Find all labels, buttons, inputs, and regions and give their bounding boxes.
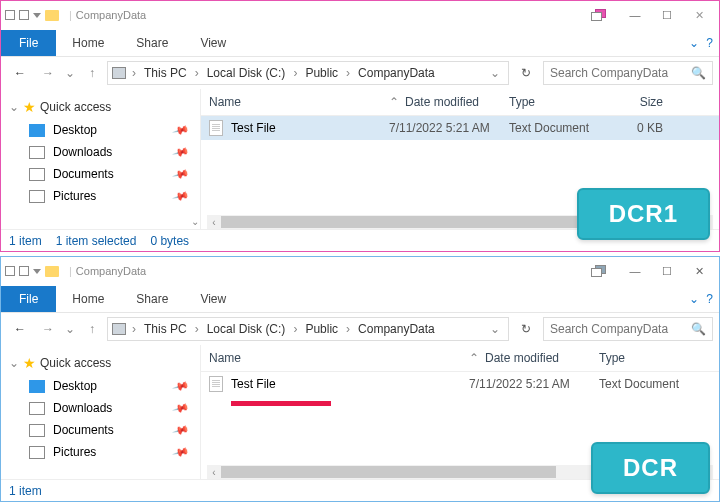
file-tab[interactable]: File xyxy=(1,286,56,312)
quick-access-header[interactable]: ⌄ ★ Quick access xyxy=(1,95,200,119)
chevron-down-icon[interactable]: ⌄ xyxy=(9,356,19,370)
sidebar-item-documents[interactable]: Documents📌 xyxy=(1,163,200,185)
column-headers[interactable]: Name ⌃ Date modified Type Size xyxy=(201,89,719,116)
table-row[interactable]: Test File 7/11/2022 5:21 AM Text Documen… xyxy=(201,372,719,396)
help-icon[interactable]: ? xyxy=(706,36,713,50)
tab-share[interactable]: Share xyxy=(120,292,184,306)
sidebar-item-desktop[interactable]: Desktop📌 xyxy=(1,375,200,397)
sidebar-item-pictures[interactable]: Pictures📌 xyxy=(1,441,200,463)
col-size[interactable]: Size xyxy=(619,95,669,109)
qat-properties-icon[interactable] xyxy=(5,10,15,20)
forward-button[interactable]: → xyxy=(35,316,61,342)
back-button[interactable]: ← xyxy=(7,60,33,86)
text-file-icon xyxy=(209,120,223,136)
ribbon-collapse-icon[interactable]: ⌄ xyxy=(689,292,699,306)
col-name[interactable]: Name xyxy=(209,351,469,365)
window-title: CompanyData xyxy=(76,9,146,21)
cascade-icon[interactable] xyxy=(591,9,607,22)
crumb-companydata[interactable]: CompanyData xyxy=(356,322,437,336)
col-name[interactable]: Name xyxy=(209,95,389,109)
qat-newfolder-icon[interactable] xyxy=(19,266,29,276)
sidebar-item-documents[interactable]: Documents📌 xyxy=(1,419,200,441)
qat-properties-icon[interactable] xyxy=(5,266,15,276)
chevron-right-icon[interactable]: › xyxy=(344,66,352,80)
col-modified[interactable]: Date modified xyxy=(469,351,599,365)
quick-access-header[interactable]: ⌄ ★ Quick access xyxy=(1,351,200,375)
chevron-right-icon[interactable]: › xyxy=(130,322,138,336)
up-button[interactable]: ↑ xyxy=(79,60,105,86)
pc-icon xyxy=(112,67,126,79)
back-button[interactable]: ← xyxy=(7,316,33,342)
maximize-button[interactable]: ☐ xyxy=(651,260,683,282)
titlebar[interactable]: | CompanyData — ☐ ✕ xyxy=(1,1,719,29)
chevron-right-icon[interactable]: › xyxy=(291,66,299,80)
tab-view[interactable]: View xyxy=(184,292,242,306)
path-dropdown-icon[interactable]: ⌄ xyxy=(490,322,504,336)
breadcrumb[interactable]: › This PC › Local Disk (C:) › Public › C… xyxy=(107,61,509,85)
titlebar[interactable]: | CompanyData — ☐ ✕ xyxy=(1,257,719,285)
minimize-button[interactable]: — xyxy=(619,260,651,282)
crumb-this-pc[interactable]: This PC xyxy=(142,66,189,80)
titlebar-sep: | xyxy=(69,265,72,277)
chevron-right-icon[interactable]: › xyxy=(130,66,138,80)
scroll-left-icon[interactable]: ‹ xyxy=(207,215,221,229)
table-row[interactable]: Test File 7/11/2022 5:21 AM Text Documen… xyxy=(201,116,719,140)
col-type[interactable]: Type xyxy=(599,351,699,365)
search-input[interactable] xyxy=(550,66,690,80)
tab-share[interactable]: Share xyxy=(120,36,184,50)
titlebar-sep: | xyxy=(69,9,72,21)
forward-button[interactable]: → xyxy=(35,60,61,86)
pc-icon xyxy=(112,323,126,335)
crumb-local-disk[interactable]: Local Disk (C:) xyxy=(205,322,288,336)
help-icon[interactable]: ? xyxy=(706,292,713,306)
search-box[interactable]: 🔍 xyxy=(543,61,713,85)
qat-dropdown-icon[interactable] xyxy=(33,13,41,18)
scroll-left-icon[interactable]: ‹ xyxy=(207,465,221,479)
crumb-companydata[interactable]: CompanyData xyxy=(356,66,437,80)
col-type[interactable]: Type xyxy=(509,95,619,109)
qat-newfolder-icon[interactable] xyxy=(19,10,29,20)
chevron-right-icon[interactable]: › xyxy=(291,322,299,336)
tab-view[interactable]: View xyxy=(184,36,242,50)
up-button[interactable]: ↑ xyxy=(79,316,105,342)
minimize-button[interactable]: — xyxy=(619,4,651,26)
chevron-right-icon[interactable]: › xyxy=(193,322,201,336)
desktop-icon xyxy=(29,124,45,137)
maximize-button[interactable]: ☐ xyxy=(651,4,683,26)
search-input[interactable] xyxy=(550,322,690,336)
refresh-button[interactable]: ↻ xyxy=(515,318,537,340)
chevron-right-icon[interactable]: › xyxy=(193,66,201,80)
close-button[interactable]: ✕ xyxy=(683,260,715,282)
file-type: Text Document xyxy=(509,121,619,135)
sidebar-scroll-down-icon[interactable]: ⌄ xyxy=(191,216,199,227)
sidebar-item-desktop[interactable]: Desktop📌 xyxy=(1,119,200,141)
tab-home[interactable]: Home xyxy=(56,292,120,306)
chevron-right-icon[interactable]: › xyxy=(344,322,352,336)
sidebar-item-pictures[interactable]: Pictures📌 xyxy=(1,185,200,207)
close-button[interactable]: ✕ xyxy=(683,4,715,26)
chevron-down-icon[interactable]: ⌄ xyxy=(9,100,19,114)
crumb-public[interactable]: Public xyxy=(303,66,340,80)
search-icon[interactable]: 🔍 xyxy=(691,322,706,336)
qat-dropdown-icon[interactable] xyxy=(33,269,41,274)
refresh-button[interactable]: ↻ xyxy=(515,62,537,84)
crumb-public[interactable]: Public xyxy=(303,322,340,336)
crumb-local-disk[interactable]: Local Disk (C:) xyxy=(205,66,288,80)
window-title: CompanyData xyxy=(76,265,146,277)
search-box[interactable]: 🔍 xyxy=(543,317,713,341)
col-modified[interactable]: Date modified xyxy=(389,95,509,109)
breadcrumb[interactable]: › This PC › Local Disk (C:) › Public › C… xyxy=(107,317,509,341)
file-tab[interactable]: File xyxy=(1,30,56,56)
sidebar-item-downloads[interactable]: Downloads📌 xyxy=(1,141,200,163)
column-headers[interactable]: Name ⌃ Date modified Type xyxy=(201,345,719,372)
tab-home[interactable]: Home xyxy=(56,36,120,50)
ribbon-collapse-icon[interactable]: ⌄ xyxy=(689,36,699,50)
crumb-this-pc[interactable]: This PC xyxy=(142,322,189,336)
search-icon[interactable]: 🔍 xyxy=(691,66,706,80)
cascade-icon[interactable] xyxy=(591,265,607,278)
sidebar-item-downloads[interactable]: Downloads📌 xyxy=(1,397,200,419)
path-dropdown-icon[interactable]: ⌄ xyxy=(490,66,504,80)
history-dropdown-icon[interactable]: ⌄ xyxy=(63,316,77,342)
ribbon: File Home Share View ⌄ ? xyxy=(1,285,719,313)
history-dropdown-icon[interactable]: ⌄ xyxy=(63,60,77,86)
